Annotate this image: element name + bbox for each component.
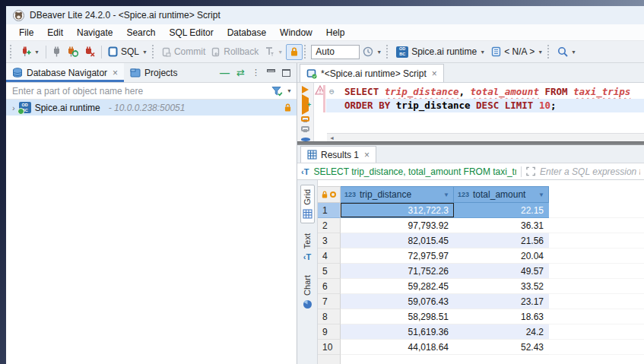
commit-button[interactable]: Commit	[159, 45, 208, 59]
grid-cell[interactable]: 18.63	[454, 309, 549, 324]
grid-cell[interactable]: 49.57	[454, 264, 549, 279]
search-dropdown[interactable]: ▼	[571, 49, 576, 55]
menu-edit[interactable]: Edit	[40, 26, 70, 40]
connect-button[interactable]	[49, 45, 64, 59]
grid-cell[interactable]: 59,076.43	[341, 294, 454, 309]
table-row[interactable]: 858,298.5118.63	[318, 309, 644, 324]
sort-dropdown-icon[interactable]: ▼	[538, 191, 544, 198]
execute-script-button[interactable]	[301, 116, 309, 122]
row-number[interactable]: 10	[318, 340, 341, 355]
table-row[interactable]: 951,619.3624.2	[318, 324, 644, 340]
tab-database-navigator[interactable]: Database Navigator ×	[6, 63, 124, 82]
new-connection-button[interactable]: ▼	[17, 45, 43, 59]
explain-plan-button[interactable]	[301, 126, 309, 131]
object-filter-input[interactable]: Enter a part of object name here ▼	[6, 83, 297, 100]
view-menu-icon[interactable]: ⋮	[252, 68, 260, 78]
minimize-panel-icon[interactable]	[267, 69, 275, 72]
filter-dropdown[interactable]: ▼	[287, 88, 292, 93]
code-line-1[interactable]: ⊖ SELECT trip_distance, total_amount FRO…	[326, 85, 644, 99]
table-row[interactable]: 571,752.2649.57	[318, 264, 644, 279]
commit-mode-combo[interactable]: Auto	[311, 45, 360, 59]
database-selector-dropdown[interactable]: ▼	[538, 49, 543, 55]
new-sql-editor-button[interactable]: SQL ▼	[105, 45, 151, 59]
grid-cell[interactable]: 23.17	[454, 294, 549, 309]
table-row[interactable]: 1044,018.6452.43	[318, 340, 644, 355]
transaction-log-button[interactable]: ▼	[360, 45, 385, 59]
grid-cell[interactable]: 51,619.36	[341, 324, 454, 340]
row-number[interactable]: 3	[318, 233, 341, 248]
expander-icon[interactable]: ›	[12, 103, 15, 112]
grid-corner-cell[interactable]	[318, 186, 341, 203]
grid-cell[interactable]: 20.04	[454, 248, 549, 264]
column-header-trip-distance[interactable]: 123 trip_distance ▼	[341, 186, 454, 203]
grid-cell[interactable]: 82,015.45	[341, 233, 454, 248]
menu-file[interactable]: File	[12, 26, 40, 40]
row-number[interactable]: 7	[318, 294, 341, 309]
fold-collapse-icon[interactable]: ⊖	[329, 85, 335, 99]
new-connection-dropdown[interactable]: ▼	[34, 49, 40, 55]
execute-statement-button[interactable]	[302, 86, 309, 93]
menu-window[interactable]: Window	[273, 26, 319, 40]
connection-selector-dropdown[interactable]: ▼	[480, 49, 485, 55]
table-row[interactable]: 472,975.9720.04	[318, 248, 644, 264]
grid-cell[interactable]: 97,793.92	[341, 218, 454, 233]
close-icon[interactable]: ×	[363, 150, 370, 160]
view-tab-grid[interactable]: Grid	[300, 185, 315, 223]
grid-cell[interactable]: 71,752.26	[341, 264, 454, 279]
connection-lock-toggle[interactable]	[286, 44, 303, 60]
grid-cell[interactable]: 58,298.51	[341, 309, 454, 324]
column-header-total-amount[interactable]: 123 total_amount ▼	[454, 186, 549, 203]
row-number[interactable]: 4	[318, 248, 341, 264]
sort-dropdown-icon[interactable]: ▼	[443, 191, 449, 198]
row-number[interactable]: 5	[318, 264, 341, 279]
grid-cell[interactable]: 59,282.45	[341, 279, 454, 294]
editor-horizontal-scrollbar[interactable]: ◄	[327, 133, 644, 141]
grid-cell[interactable]: 33.52	[454, 279, 549, 294]
grid-cell[interactable]: 312,722.3	[341, 203, 454, 218]
view-tab-chart[interactable]: Chart	[301, 271, 314, 313]
menu-database[interactable]: Database	[220, 26, 273, 40]
grid-cell[interactable]: 44,018.64	[341, 340, 454, 355]
row-number[interactable]: 1	[318, 203, 341, 218]
scroll-left-icon[interactable]: ◄	[329, 135, 335, 141]
row-number[interactable]: 2	[318, 218, 341, 233]
grid-cell[interactable]: 52.43	[454, 340, 549, 355]
filter-funnel-icon[interactable]	[271, 86, 283, 97]
grid-cell[interactable]: 72,975.97	[341, 248, 454, 264]
expand-filter-icon[interactable]	[526, 166, 535, 176]
grid-cell[interactable]: 36.31	[454, 218, 549, 233]
transaction-dropdown[interactable]: ▼	[278, 49, 283, 55]
results-filter-bar[interactable]: ‹T SELECT trip_distance, total_amount FR…	[297, 163, 644, 180]
maximize-panel-icon[interactable]	[282, 69, 290, 77]
collapse-all-icon[interactable]: —	[220, 67, 230, 78]
rollback-button[interactable]: Rollback	[208, 45, 262, 59]
tab-results-1[interactable]: Results 1 ×	[300, 146, 376, 163]
menu-search[interactable]: Search	[119, 26, 162, 40]
grid-cell[interactable]: 22.15	[454, 203, 549, 218]
active-connection-selector[interactable]: OD BC Spice.ai runtime ▼	[393, 45, 488, 59]
menu-sql-editor[interactable]: SQL Editor	[162, 26, 220, 40]
row-number[interactable]: 6	[318, 279, 341, 294]
active-database-selector[interactable]: < N/A > ▼	[488, 45, 546, 59]
close-icon[interactable]: ×	[111, 68, 118, 78]
close-icon[interactable]: ×	[430, 68, 437, 79]
search-button[interactable]: ▼	[554, 45, 579, 59]
row-number[interactable]: 8	[318, 309, 341, 324]
sql-editor-dropdown[interactable]: ▼	[142, 49, 148, 55]
menu-navigate[interactable]: Navigate	[70, 26, 119, 40]
transaction-log-dropdown[interactable]: ▼	[376, 49, 382, 55]
grid-cell[interactable]: 24.2	[454, 324, 549, 340]
table-row[interactable]: 759,076.4323.17	[318, 294, 644, 309]
disconnect-button[interactable]	[81, 45, 98, 59]
link-with-editor-icon[interactable]: ⇄	[236, 67, 245, 78]
tab-sql-script[interactable]: *<Spice.ai runtime> Script ×	[300, 64, 444, 82]
menu-help[interactable]: Help	[319, 26, 352, 40]
table-row[interactable]: 382,015.4521.56	[318, 233, 644, 248]
row-number[interactable]: 9	[318, 324, 341, 340]
tab-projects[interactable]: Projects	[124, 63, 183, 82]
editor-toolbar-more-icon[interactable]	[301, 138, 310, 141]
table-row[interactable]: 659,282.4533.52	[318, 279, 644, 294]
grid-cell[interactable]: 21.56	[454, 233, 549, 248]
code-line-2[interactable]: ORDER BY trip_distance DESC LIMIT 10;	[326, 99, 644, 112]
table-row[interactable]: 297,793.9236.31	[318, 218, 644, 233]
